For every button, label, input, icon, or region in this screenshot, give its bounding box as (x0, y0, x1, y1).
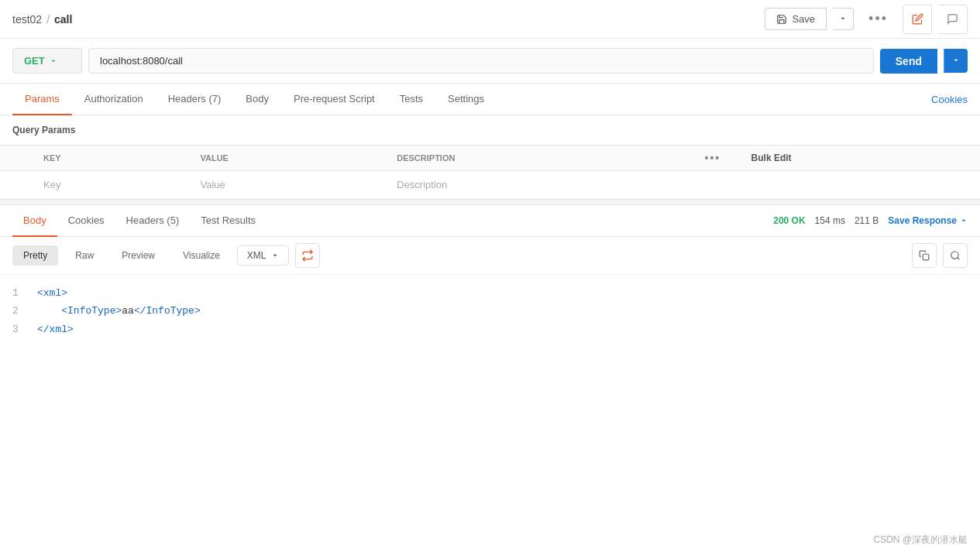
tab-settings[interactable]: Settings (435, 84, 497, 115)
response-tab-body[interactable]: Body (12, 205, 57, 237)
method-label: GET (24, 55, 45, 67)
checkbox-col-header (0, 146, 31, 171)
code-content: </xml> (37, 321, 74, 338)
tab-authorization[interactable]: Authorization (72, 84, 156, 115)
code-line-3: 3 </xml> (12, 321, 968, 338)
format-raw-button[interactable]: Raw (64, 245, 105, 266)
edit-button[interactable] (903, 5, 932, 34)
table-more-icon[interactable]: ••• (705, 152, 721, 164)
method-chevron-icon (50, 57, 57, 65)
send-button[interactable]: Send (880, 49, 937, 74)
description-cell[interactable]: Description (384, 171, 692, 199)
code-content: <InfoType>aa</InfoType> (37, 302, 201, 320)
code-content: <xml> (37, 284, 67, 302)
section-divider (0, 199, 980, 205)
value-col-header: VALUE (187, 146, 384, 171)
url-bar: GET Send (0, 39, 980, 84)
code-line-1: 1 <xml> (12, 284, 968, 302)
breadcrumb-separator: / (46, 13, 50, 26)
url-input[interactable] (88, 48, 874, 74)
search-icon (950, 250, 961, 261)
cookies-link[interactable]: Cookies (931, 84, 968, 115)
tab-headers[interactable]: Headers (7) (156, 84, 234, 115)
more-options-button[interactable]: ••• (860, 5, 896, 33)
bulk-edit-col-header[interactable]: Bulk Edit (739, 146, 980, 171)
request-tabs: Params Authorization Headers (7) Body Pr… (0, 84, 980, 115)
response-tabs: Body Cookies Headers (5) Test Results 20… (0, 205, 980, 237)
tab-tests[interactable]: Tests (387, 84, 435, 115)
comment-button[interactable] (938, 5, 968, 34)
svg-rect-0 (923, 254, 929, 260)
svg-line-2 (958, 258, 960, 260)
key-cell[interactable]: Key (31, 171, 187, 199)
pencil-icon (912, 13, 923, 25)
tab-pre-request-script[interactable]: Pre-request Script (281, 84, 387, 115)
save-button[interactable]: Save (765, 8, 827, 30)
format-bar: Pretty Raw Preview Visualize XML (0, 237, 980, 275)
top-bar-actions: Save ••• (765, 5, 968, 34)
format-type-dropdown[interactable]: XML (237, 245, 289, 266)
actions-col-header: ••• (693, 146, 739, 171)
line-number: 3 (12, 321, 25, 338)
code-actions (912, 243, 968, 268)
row-actions (693, 171, 739, 199)
table-row: Key Value Description (0, 171, 980, 199)
watermark: CSDN @深夜的潜水艇 (873, 533, 968, 547)
project-name[interactable]: test02 (12, 13, 42, 26)
format-preview-button[interactable]: Preview (111, 245, 166, 266)
method-dropdown[interactable]: GET (12, 48, 82, 74)
wrap-icon (301, 249, 314, 262)
response-tab-test-results[interactable]: Test Results (190, 205, 266, 237)
row-bulk (739, 171, 980, 199)
line-number: 2 (12, 302, 25, 320)
svg-point-1 (951, 252, 958, 259)
save-icon (776, 14, 787, 25)
line-number: 1 (12, 284, 25, 302)
copy-button[interactable] (912, 243, 937, 268)
tab-params[interactable]: Params (12, 84, 72, 115)
wrap-button[interactable] (295, 243, 320, 268)
code-line-2: 2 <InfoType>aa</InfoType> (12, 302, 968, 320)
format-visualize-button[interactable]: Visualize (172, 245, 231, 266)
comment-icon (947, 13, 958, 25)
response-size: 211 B (854, 215, 879, 226)
copy-icon (919, 250, 930, 261)
query-params-label: Query Params (0, 115, 980, 145)
description-col-header: DESCRIPTION (384, 146, 692, 171)
response-tab-cookies[interactable]: Cookies (57, 205, 115, 237)
response-status: 200 OK 154 ms 211 B Save Response (773, 215, 968, 226)
search-button[interactable] (943, 243, 968, 268)
breadcrumb: test02 / call (12, 13, 72, 26)
request-name[interactable]: call (54, 13, 72, 26)
send-chevron-icon (952, 57, 960, 64)
send-dropdown-button[interactable] (944, 49, 968, 73)
chevron-down-icon (839, 15, 847, 22)
tab-body[interactable]: Body (233, 84, 281, 115)
format-pretty-button[interactable]: Pretty (12, 245, 58, 266)
code-view: 1 <xml> 2 <InfoType>aa</InfoType> 3 </xm… (0, 275, 980, 348)
save-response-chevron-icon (960, 217, 968, 225)
save-response-button[interactable]: Save Response (888, 215, 968, 226)
response-time: 154 ms (815, 215, 845, 226)
save-dropdown-button[interactable] (833, 8, 854, 30)
response-tab-headers[interactable]: Headers (5) (115, 205, 191, 237)
value-cell[interactable]: Value (187, 171, 384, 199)
params-table: KEY VALUE DESCRIPTION ••• Bulk Edit Key … (0, 145, 980, 199)
format-chevron-icon (271, 252, 279, 259)
row-checkbox (0, 171, 31, 199)
top-bar: test02 / call Save ••• (0, 0, 980, 39)
status-code: 200 OK (773, 215, 805, 226)
key-col-header: KEY (31, 146, 187, 171)
